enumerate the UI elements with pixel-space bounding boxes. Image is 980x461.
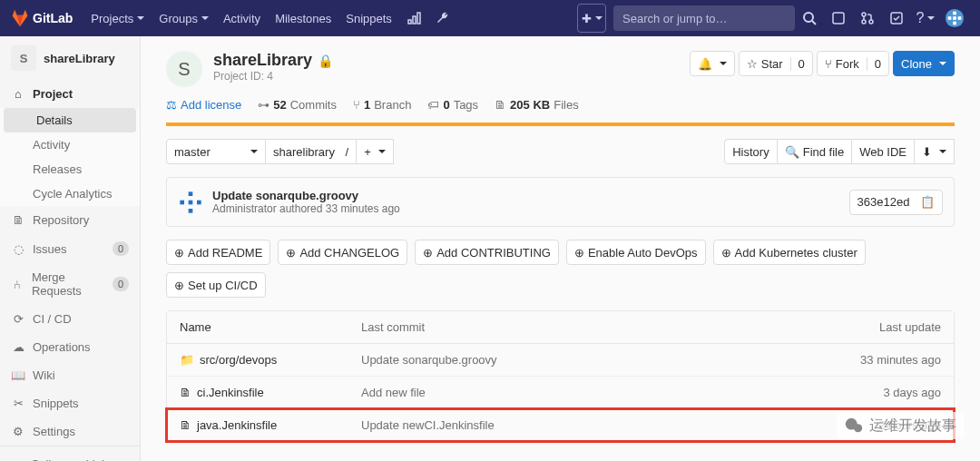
issues-count: 0 <box>113 241 129 256</box>
sidebar-item-cicd[interactable]: ⟳CI / CD <box>0 305 140 333</box>
stat-branches[interactable]: ⑂1Branch <box>353 98 411 112</box>
svg-rect-11 <box>948 16 952 20</box>
disk-icon: 🗎 <box>495 98 506 112</box>
svg-point-5 <box>862 13 866 16</box>
todos-icon[interactable] <box>882 4 911 33</box>
repo-icon: 🗎 <box>11 213 25 227</box>
add-license-link[interactable]: ⚖Add license <box>166 98 241 112</box>
add-k8s-button[interactable]: ⊕ Add Kubernetes cluster <box>713 240 866 265</box>
commit-sha[interactable]: 363e12ed 📋 <box>849 190 943 215</box>
file-icon: 🗎 <box>180 386 191 399</box>
rocket-icon: ⟳ <box>11 312 25 326</box>
find-file-button[interactable]: 🔍Find file <box>778 139 853 164</box>
nav-milestones[interactable]: Milestones <box>268 0 338 36</box>
new-menu[interactable]: ✚ <box>577 4 606 33</box>
download-button[interactable]: ⬇ <box>915 139 955 164</box>
commit-message[interactable]: Update sonarqube.groovy <box>212 189 400 202</box>
add-file-button[interactable]: + <box>357 139 394 164</box>
web-ide-button[interactable]: Web IDE <box>852 139 915 164</box>
ci-status-icon[interactable] <box>399 4 428 33</box>
help-icon[interactable]: ? <box>911 4 940 33</box>
stat-commits[interactable]: ⊶52Commits <box>258 98 337 112</box>
svg-point-21 <box>854 424 862 432</box>
sidebar-item-project[interactable]: ⌂Project <box>0 80 140 108</box>
mr-icon[interactable] <box>853 4 882 33</box>
star-button[interactable]: ☆ Star0 <box>739 51 813 76</box>
sidebar-item-ops[interactable]: ☁Operations <box>0 333 140 361</box>
home-icon: ⌂ <box>11 87 25 101</box>
nav-activity[interactable]: Activity <box>216 0 268 36</box>
copy-icon[interactable]: 📋 <box>920 195 935 209</box>
col-update: Last update <box>832 320 941 334</box>
add-changelog-button[interactable]: ⊕ Add CHANGELOG <box>278 240 407 265</box>
issues-icon: ◌ <box>11 242 25 256</box>
col-name: Name <box>180 320 361 334</box>
branch-select[interactable]: master <box>166 139 266 164</box>
search-input[interactable] <box>613 5 795 31</box>
sidebar-sub-details[interactable]: Details <box>4 108 136 132</box>
svg-rect-1 <box>413 16 416 24</box>
project-context-name: shareLibrary <box>44 52 115 65</box>
sidebar-item-settings[interactable]: ⚙Settings <box>0 417 140 446</box>
chevron-left-icon: ≪ <box>11 457 24 461</box>
topbar: GitLab Projects Groups Activity Mileston… <box>0 0 980 36</box>
collapse-sidebar[interactable]: ≪Collapse sidebar <box>0 446 140 461</box>
svg-rect-2 <box>417 13 420 24</box>
sidebar-item-issues[interactable]: ◌Issues0 <box>0 234 140 263</box>
wrench-icon[interactable] <box>428 4 457 33</box>
svg-rect-10 <box>953 12 956 15</box>
table-row[interactable]: 🗎ci.Jenkinsfile Add new file 3 days ago <box>167 377 954 409</box>
scissors-icon: ✂ <box>11 397 25 410</box>
gitlab-logo[interactable]: GitLab <box>11 9 73 27</box>
project-stats: ⚖Add license ⊶52Commits ⑂1Branch 🏷0Tags … <box>166 98 955 112</box>
sidebar-sub-releases[interactable]: Releases <box>0 157 140 181</box>
sidebar-item-snippets[interactable]: ✂Snippets <box>0 389 140 417</box>
enable-autodevops-button[interactable]: ⊕ Enable Auto DevOps <box>566 240 706 265</box>
sidebar-item-mr[interactable]: ⑃Merge Requests0 <box>0 263 140 305</box>
history-button[interactable]: History <box>724 139 777 164</box>
search-button[interactable] <box>795 4 824 33</box>
gravatar-icon <box>178 190 203 215</box>
svg-rect-13 <box>953 22 956 25</box>
notification-button[interactable]: 🔔 <box>690 51 735 76</box>
setup-cicd-button[interactable]: ⊕ Set up CI/CD <box>166 272 266 298</box>
stat-tags[interactable]: 🏷0Tags <box>427 98 478 112</box>
clone-button[interactable]: Clone <box>893 51 955 76</box>
nav-groups[interactable]: Groups <box>152 0 216 36</box>
nav-snippets[interactable]: Snippets <box>338 0 399 36</box>
project-avatar-small: S <box>11 45 36 71</box>
file-icon: 🗎 <box>180 418 191 432</box>
lock-icon: 🔒 <box>318 54 333 68</box>
svg-rect-12 <box>958 16 962 20</box>
book-icon: 📖 <box>11 368 25 382</box>
add-readme-button[interactable]: ⊕ Add README <box>166 240 270 265</box>
svg-rect-15 <box>189 191 193 196</box>
branch-icon: ⑂ <box>353 98 360 112</box>
sidebar-sub-activity[interactable]: Activity <box>0 132 140 157</box>
fork-button[interactable]: ⑂ Fork0 <box>817 51 889 76</box>
merge-icon: ⑃ <box>11 278 24 291</box>
sidebar-item-repository[interactable]: 🗎Repository <box>0 206 140 234</box>
project-context[interactable]: S shareLibrary <box>0 36 140 80</box>
nav-projects[interactable]: Projects <box>83 0 152 36</box>
main-content: S shareLibrary🔒 Project ID: 4 🔔 ☆ Star0 … <box>141 36 980 461</box>
sidebar-sub-cycle[interactable]: Cycle Analytics <box>0 181 140 206</box>
folder-icon: 📁 <box>180 353 194 367</box>
sidebar-item-wiki[interactable]: 📖Wiki <box>0 361 140 389</box>
add-contributing-button[interactable]: ⊕ Add CONTRIBUTING <box>415 240 559 265</box>
user-avatar[interactable] <box>940 4 969 33</box>
search-icon: 🔍 <box>785 145 799 159</box>
svg-rect-0 <box>408 20 411 24</box>
wechat-icon <box>844 416 864 436</box>
table-row[interactable]: 🗎java.Jenkinsfile Update newCI.Jenkinsfi… <box>167 409 954 441</box>
stat-files[interactable]: 🗎205 KBFiles <box>495 98 579 112</box>
breadcrumb[interactable]: sharelibrary / <box>266 139 357 164</box>
table-row[interactable]: 📁src/org/devops Update sonarqube.groovy … <box>167 344 954 377</box>
suggest-row: ⊕ Add README ⊕ Add CHANGELOG ⊕ Add CONTR… <box>166 240 955 298</box>
brand-name: GitLab <box>33 11 73 25</box>
svg-rect-4 <box>833 13 844 24</box>
commit-icon: ⊶ <box>258 98 270 112</box>
svg-rect-16 <box>180 200 184 204</box>
last-commit-card: Update sonarqube.groovy Administrator au… <box>166 177 955 227</box>
issues-icon[interactable] <box>824 4 853 33</box>
